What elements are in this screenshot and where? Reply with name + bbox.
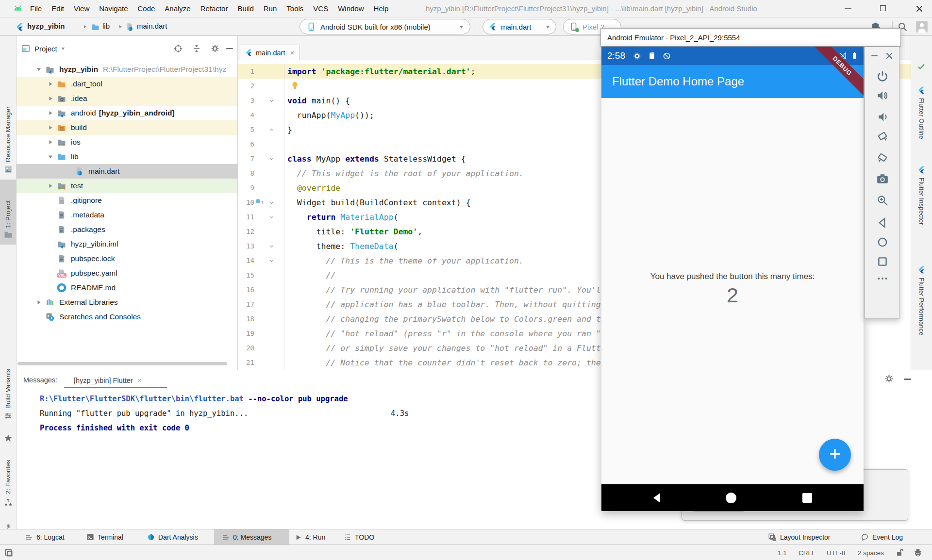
- menu-item-code[interactable]: Code: [133, 0, 160, 17]
- tool-tab-project[interactable]: 1: Project: [4, 184, 12, 228]
- tree-row-pubspec-lock[interactable]: pubspec.lock: [17, 251, 238, 266]
- emulator-screen[interactable]: 2:58 Flutter Demo Home Page You have pus…: [601, 47, 864, 511]
- intention-bulb-icon[interactable]: [290, 81, 300, 90]
- tool-button-event-log[interactable]: Event Log: [861, 529, 903, 545]
- more-icon[interactable]: [876, 272, 889, 285]
- overview-icon[interactable]: [876, 255, 889, 268]
- menu-item-run[interactable]: Run: [259, 0, 282, 17]
- fold-marker-icon[interactable]: [268, 127, 275, 133]
- console-line[interactable]: R:\Flutter\FlutterSDK\flutter\bin\flutte…: [40, 392, 348, 406]
- messages-tab-flutter[interactable]: [hyzp_yibin] Flutter ×: [74, 373, 142, 388]
- readonly-lock-icon[interactable]: [896, 548, 904, 557]
- fold-marker-icon[interactable]: [268, 156, 275, 162]
- collapse-all-icon[interactable]: [192, 44, 201, 53]
- menu-item-view[interactable]: View: [69, 0, 94, 17]
- rotate-right-icon[interactable]: [876, 151, 889, 164]
- zoom-icon[interactable]: [876, 194, 889, 207]
- fold-marker-icon[interactable]: [268, 199, 275, 206]
- screenshot-icon[interactable]: [876, 173, 889, 185]
- window-close-icon[interactable]: [915, 5, 923, 13]
- volume-down-icon[interactable]: [876, 111, 889, 123]
- build-variants-icon[interactable]: [4, 412, 13, 420]
- tab-close-icon[interactable]: ×: [290, 49, 294, 57]
- breadcrumb-project[interactable]: hyzp_yibin: [27, 22, 65, 30]
- structure-icon[interactable]: [4, 498, 13, 507]
- run-config-dropdown[interactable]: main.dart: [483, 19, 556, 34]
- project-folder-icon[interactable]: [4, 230, 13, 239]
- power-icon[interactable]: [876, 70, 889, 83]
- window-maximize-icon[interactable]: [880, 5, 886, 11]
- tool-button-messages[interactable]: 0: Messages: [222, 529, 271, 545]
- fold-marker-icon[interactable]: [268, 243, 275, 249]
- locate-file-icon[interactable]: [174, 44, 183, 53]
- menu-item-window[interactable]: Window: [333, 0, 368, 17]
- tree-row-gitignore[interactable]: .gitignore: [17, 193, 238, 208]
- tool-tab-flutter-performance[interactable]: Flutter Performance: [918, 278, 925, 335]
- breadcrumb-file[interactable]: main.dart: [137, 22, 167, 30]
- nav-home-icon[interactable]: [725, 492, 737, 504]
- close-icon[interactable]: [885, 52, 893, 60]
- nav-back-icon[interactable]: [651, 492, 664, 504]
- tree-row-scratches[interactable]: Scratches and Consoles: [17, 310, 238, 324]
- tree-row-iml[interactable]: hyzp_yibin.iml: [17, 237, 238, 251]
- tree-row-metadata[interactable]: .metadata: [17, 208, 238, 222]
- expander-right-icon[interactable]: [36, 266, 42, 339]
- encoding-indicator[interactable]: UTF-8: [827, 545, 845, 560]
- tree-row-readme[interactable]: README.md: [17, 280, 238, 295]
- menu-item-analyze[interactable]: Analyze: [160, 0, 195, 17]
- resource-manager-icon[interactable]: [4, 165, 13, 174]
- tool-button-layout-inspector[interactable]: Layout Inspector: [768, 529, 831, 545]
- profile-avatar-icon[interactable]: [915, 20, 928, 33]
- fold-marker-icon[interactable]: [268, 214, 275, 220]
- tool-tab-build-variants[interactable]: Build Variants: [4, 350, 12, 409]
- line-ending-indicator[interactable]: CRLF: [799, 545, 816, 560]
- tool-window-switcher-icon[interactable]: [4, 548, 14, 558]
- settings-gear-icon[interactable]: [884, 374, 894, 383]
- window-minimize-icon[interactable]: [845, 8, 851, 9]
- breadcrumb-lib[interactable]: lib: [102, 22, 110, 30]
- tool-button-terminal[interactable]: Terminal: [86, 529, 123, 545]
- home-icon[interactable]: [876, 236, 889, 248]
- override-marker-icon[interactable]: ↑: [254, 199, 265, 206]
- horizontal-scrollbar[interactable]: [17, 362, 227, 365]
- tool-button-logcat[interactable]: 6: Logcat: [25, 529, 65, 545]
- hide-panel-icon[interactable]: [904, 379, 911, 380]
- tree-row-test[interactable]: ▶◀ test: [17, 179, 238, 193]
- tree-row-external-libraries[interactable]: External Libraries: [17, 295, 238, 310]
- tool-button-run[interactable]: 4: Run: [295, 529, 325, 545]
- editor-tab-main-dart[interactable]: main.dart ×: [240, 45, 300, 60]
- fold-marker-icon[interactable]: [268, 98, 275, 104]
- back-icon[interactable]: [876, 216, 889, 229]
- tree-row-pubspec-yaml[interactable]: YML pubspec.yaml: [17, 266, 238, 280]
- tool-tab-flutter-outline[interactable]: Flutter Outline: [918, 98, 925, 139]
- tree-row-packages[interactable]: .packages: [17, 222, 238, 237]
- menu-item-vcs[interactable]: VCS: [308, 0, 333, 17]
- tool-tab-resource-manager[interactable]: Resource Manager: [4, 84, 12, 162]
- menu-item-tools[interactable]: Tools: [282, 0, 308, 17]
- favorites-star-icon[interactable]: [4, 434, 13, 443]
- menu-item-help[interactable]: Help: [369, 0, 394, 17]
- menu-item-edit[interactable]: Edit: [47, 0, 69, 17]
- menu-item-navigate[interactable]: Navigate: [94, 0, 133, 17]
- emulator-title-bar[interactable]: Android Emulator - Pixel_2_API_29:5554: [600, 28, 901, 47]
- menu-item-file[interactable]: File: [25, 0, 47, 17]
- tool-button-dart-analysis[interactable]: Dart Analysis: [147, 529, 198, 545]
- indent-indicator[interactable]: 2 spaces: [858, 545, 884, 560]
- tool-tab-flutter-inspector[interactable]: Flutter Inspector: [918, 178, 925, 225]
- hide-panel-icon[interactable]: [226, 48, 233, 49]
- rotate-left-icon[interactable]: [876, 130, 889, 143]
- volume-up-icon[interactable]: [876, 89, 889, 102]
- chevron-down-icon[interactable]: [61, 46, 66, 51]
- caret-position[interactable]: 1:1: [778, 545, 787, 560]
- increment-fab-button[interactable]: +: [819, 439, 851, 471]
- inspection-ok-check-icon[interactable]: [917, 62, 926, 71]
- tab-close-icon[interactable]: ×: [138, 377, 142, 384]
- settings-gear-icon[interactable]: [211, 44, 219, 53]
- menu-item-build[interactable]: Build: [233, 0, 258, 17]
- tool-tab-favorites[interactable]: 2: Favorites: [4, 445, 12, 494]
- menu-item-refactor[interactable]: Refactor: [196, 0, 233, 17]
- fold-marker-icon[interactable]: [268, 258, 275, 264]
- tool-button-todo[interactable]: TODO: [344, 529, 374, 545]
- device-selector-dropdown[interactable]: Android SDK built for x86 (mobile): [300, 19, 470, 34]
- minimize-icon[interactable]: [871, 55, 878, 56]
